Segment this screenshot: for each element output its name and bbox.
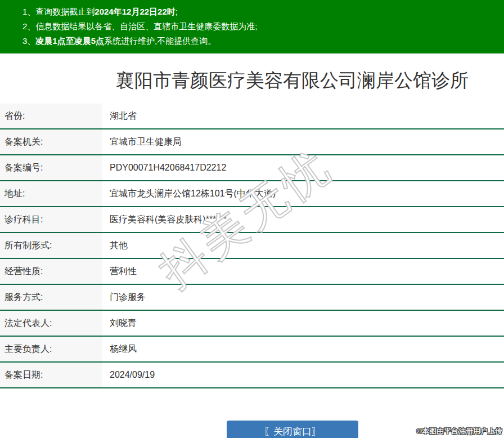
row-value: 宜城市龙头澜岸公馆12栋101号(中华大道) xyxy=(102,181,504,206)
table-row-filing-date: 备案日期: 2024/09/19 xyxy=(0,363,504,388)
row-value: PDY00071H42068417D2212 xyxy=(102,155,504,180)
notice-3-suffix: 系统进行维护,不能提供查询。 xyxy=(104,36,216,46)
row-label: 备案日期: xyxy=(0,363,102,387)
notice-2-prefix: 2、信息数据结果以各省、自治区、直辖市卫生健康委数据为准; xyxy=(22,21,258,31)
table-row-person-in-charge: 主要负责人: 杨继风 xyxy=(0,337,504,363)
table-row-operating-nature: 经营性质: 营利性 xyxy=(0,259,504,285)
close-window-button[interactable]: 〖关闭窗口〗 xyxy=(227,421,358,438)
table-row-legal-representative: 法定代表人: 刘晓青 xyxy=(0,311,504,337)
row-label: 地址: xyxy=(0,181,102,206)
notice-1-prefix: 1、查询数据截止到 xyxy=(22,7,94,16)
row-label: 法定代表人: xyxy=(0,311,102,336)
row-label: 诊疗科目: xyxy=(0,207,102,232)
row-label: 主要负责人: xyxy=(0,337,102,361)
row-value: 湖北省 xyxy=(102,104,504,128)
notice-line-2: 2、信息数据结果以各省、自治区、直辖市卫生健康委数据为准; xyxy=(22,19,504,34)
upload-credit-watermark: ©本图由平台注册用户上传 xyxy=(416,426,502,436)
table-row-province: 省份: 湖北省 xyxy=(0,104,504,129)
row-label: 备案机关: xyxy=(0,129,102,154)
row-value: 其他 xyxy=(102,233,504,258)
row-label: 所有制形式: xyxy=(0,233,102,258)
row-label: 备案编号: xyxy=(0,155,102,180)
row-value: 宜城市卫生健康局 xyxy=(102,129,504,154)
row-value: 2024/09/19 xyxy=(102,363,504,387)
notice-1-bold: 2024年12月22日22时 xyxy=(94,7,175,16)
row-value: 杨继风 xyxy=(102,337,504,361)
institution-info-table: 省份: 湖北省 备案机关: 宜城市卫生健康局 备案编号: PDY00071H42… xyxy=(0,104,504,388)
row-label: 省份: xyxy=(0,104,102,128)
notice-1-suffix: ; xyxy=(176,7,178,16)
row-value: 营利性 xyxy=(102,259,504,284)
table-row-ownership-form: 所有制形式: 其他 xyxy=(0,233,504,259)
notice-3-bold: 凌晨1点至凌晨5点 xyxy=(35,36,104,46)
table-row-medical-subjects: 诊疗科目: 医疗美容科(美容皮肤科)****** xyxy=(0,207,504,233)
notice-line-1: 1、查询数据截止到2024年12月22日22时; xyxy=(22,5,504,19)
table-row-service-mode: 服务方式: 门诊服务 xyxy=(0,285,504,311)
row-value: 医疗美容科(美容皮肤科)****** xyxy=(102,207,504,232)
table-row-address: 地址: 宜城市龙头澜岸公馆12栋101号(中华大道) xyxy=(0,181,504,207)
row-label: 经营性质: xyxy=(0,259,102,284)
table-row-filing-number: 备案编号: PDY00071H42068417D2212 xyxy=(0,155,504,181)
table-row-filing-agency: 备案机关: 宜城市卫生健康局 xyxy=(0,129,504,155)
row-label: 服务方式: xyxy=(0,285,102,310)
row-value: 门诊服务 xyxy=(102,285,504,310)
notice-3-prefix: 3、 xyxy=(22,36,35,46)
notice-line-3: 3、凌晨1点至凌晨5点系统进行维护,不能提供查询。 xyxy=(22,34,504,48)
row-value: 刘晓青 xyxy=(102,311,504,336)
notice-bar: 1、查询数据截止到2024年12月22日22时; 2、信息数据结果以各省、自治区… xyxy=(0,0,504,53)
page-title: 襄阳市青颜医疗美容有限公司澜岸公馆诊所 xyxy=(116,68,469,93)
